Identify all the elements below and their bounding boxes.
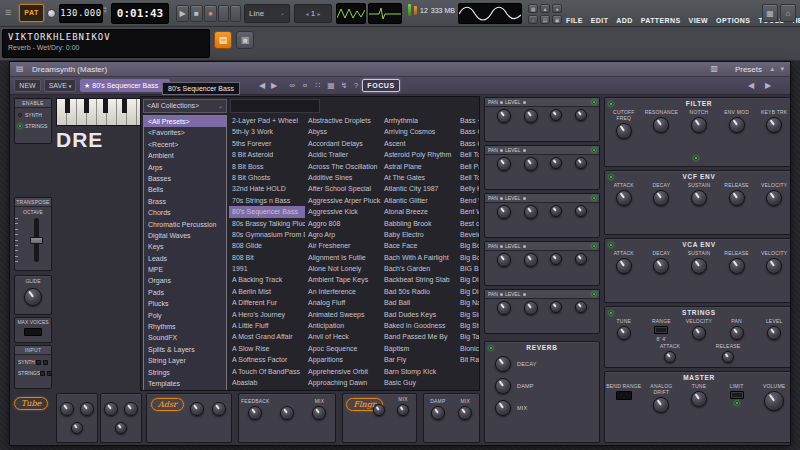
preset-item[interactable]: Abyss <box>305 126 381 137</box>
new-button[interactable]: NEW <box>14 79 41 92</box>
level-knob[interactable] <box>524 253 538 267</box>
fx-knob[interactable] <box>397 404 409 416</box>
preset-item[interactable]: Bent Wh <box>457 206 479 217</box>
preset-item[interactable]: Aggro 808 <box>305 218 381 229</box>
bookmark-left-icon[interactable]: ◀ <box>745 80 757 92</box>
level-knob[interactable] <box>524 109 538 123</box>
collection-item[interactable]: Plucks <box>144 298 226 309</box>
filter-knob[interactable] <box>691 117 707 133</box>
vca-env-knob[interactable] <box>691 258 707 274</box>
collection-item[interactable]: Rhythms <box>144 321 226 332</box>
preset-item[interactable]: Big Bow <box>457 252 479 263</box>
preset-item[interactable]: Basic Guy <box>381 377 457 388</box>
fx-knob[interactable] <box>212 402 226 416</box>
preset-item[interactable]: Apprehensive Orbit <box>305 366 381 377</box>
master-tune-knob[interactable] <box>691 391 707 407</box>
preset-item[interactable]: Analog Fluff <box>305 297 381 308</box>
level-knob[interactable] <box>524 301 538 315</box>
preset-item[interactable]: Air Freshener <box>305 240 381 251</box>
step-edit-icon[interactable]: ▣ <box>552 15 562 24</box>
fx-knob[interactable] <box>458 406 472 420</box>
fx-knob[interactable] <box>60 402 74 416</box>
preset-item[interactable]: Bass Cas <box>457 126 479 137</box>
octave-slider[interactable] <box>34 218 39 262</box>
random-icon[interactable]: ↯ <box>338 80 350 92</box>
strings-level-knob[interactable] <box>767 326 781 340</box>
strip-knob[interactable] <box>575 301 587 313</box>
vca-env-knob[interactable] <box>653 258 669 274</box>
fx-knob[interactable] <box>431 406 445 420</box>
preset-item[interactable]: Agro Arp <box>305 229 381 240</box>
octave-slider-handle[interactable] <box>30 237 43 244</box>
preset-item[interactable]: Bass + F <box>457 115 479 126</box>
tempo-nudge-buttons[interactable]: ▴▾ <box>104 5 107 13</box>
preset-item[interactable]: Acidic Trailer <box>305 149 381 160</box>
preset-item[interactable]: 70s Strings n Bass <box>229 195 305 206</box>
strip-knob[interactable] <box>575 157 587 169</box>
level-knob[interactable] <box>524 205 538 219</box>
collection-item[interactable]: Leads <box>144 253 226 264</box>
collection-item[interactable]: Chords <box>144 207 226 218</box>
preset-item[interactable]: Bad Dudes Keys <box>381 309 457 320</box>
preset-next-icon[interactable]: ▾ <box>780 65 784 73</box>
level-knob[interactable] <box>524 157 538 171</box>
collection-item[interactable]: String Layer <box>144 355 226 366</box>
hamburger-menu-icon[interactable]: ≡ <box>5 6 11 18</box>
strings-pan-knob[interactable] <box>730 326 744 340</box>
preset-item[interactable]: Bend Wit <box>457 195 479 206</box>
pan-knob[interactable] <box>497 157 511 171</box>
preset-item[interactable]: Big Tal <box>457 331 479 342</box>
menu-item[interactable]: EDIT <box>591 17 609 24</box>
line-selector[interactable]: Line ⌄ <box>244 4 290 23</box>
analog-drift-knob[interactable] <box>653 397 669 413</box>
pan-knob[interactable] <box>497 253 511 267</box>
bend-range-display[interactable] <box>616 391 632 400</box>
blend-notes-icon[interactable]: ▤ <box>540 15 550 24</box>
home-icon[interactable]: ⌂ <box>780 4 796 22</box>
collection-item[interactable]: Poly <box>144 310 226 321</box>
preset-item[interactable]: Big Digit <box>457 286 479 297</box>
preset-item[interactable]: Anticipation <box>305 320 381 331</box>
bpm-display[interactable]: 130.000 <box>59 4 103 23</box>
collection-item[interactable]: Digital Waves <box>144 230 226 241</box>
typing-keyboard-icon[interactable]: ▦ <box>528 4 538 13</box>
enable-synth-row[interactable]: SYNTH <box>15 108 51 118</box>
menu-item[interactable]: PATTERNS <box>641 17 681 24</box>
preset-item[interactable]: Big Digit <box>457 274 479 285</box>
collection-item[interactable]: Bells <box>144 184 226 195</box>
filter-knob[interactable] <box>616 123 632 139</box>
collections-dropdown[interactable]: <All Collections> ⌄ <box>143 99 227 113</box>
preset-item[interactable]: Bionic Dr <box>457 343 479 354</box>
preset-item[interactable]: Bell Patt <box>457 161 479 172</box>
preset-item[interactable]: A Little Fluff <box>229 320 305 331</box>
preset-item[interactable]: 8 Bit Asteroid <box>229 149 305 160</box>
preset-item[interactable]: Astral Plane <box>381 161 457 172</box>
stop-button[interactable]: ■ <box>190 5 203 22</box>
metronome-icon[interactable]: ▲ <box>540 4 550 13</box>
vcf-env-knob[interactable] <box>653 190 669 206</box>
fx-knob[interactable] <box>373 404 385 416</box>
preset-item[interactable]: Barn Stomp Kick <box>381 366 457 377</box>
input-strings-btn-2[interactable] <box>47 371 52 376</box>
strip-enable-led[interactable] <box>592 292 596 296</box>
preset-item[interactable]: An Interference <box>305 286 381 297</box>
plugin-menu-icon[interactable]: ▤ <box>16 64 24 73</box>
preset-item[interactable]: 2-Layer Pad + Wheel <box>229 115 305 126</box>
preset-item[interactable]: Best of 8 <box>457 218 479 229</box>
preset-item[interactable]: Big Natur <box>457 297 479 308</box>
input-strings-btn-1[interactable] <box>40 371 45 376</box>
preset-item[interactable]: Bass Clar <box>457 138 479 149</box>
collection-item[interactable]: Ambient <box>144 150 226 161</box>
collection-item[interactable]: Splits & Layers <box>144 344 226 355</box>
fx-knob[interactable] <box>124 402 138 416</box>
previous-preset-icon[interactable]: ◀ <box>256 80 268 92</box>
collection-item[interactable]: <All Presets> <box>144 116 226 127</box>
pan-knob[interactable] <box>497 109 511 123</box>
keyboard-display[interactable] <box>56 98 142 126</box>
collection-item[interactable]: <Recent> <box>144 139 226 150</box>
preset-item[interactable]: Big Stere <box>457 320 479 331</box>
collection-item[interactable]: Organs <box>144 275 226 286</box>
preset-item[interactable]: 80s Brassy Talking Pluck <box>229 218 305 229</box>
preset-item[interactable]: Baked In Goodness <box>381 320 457 331</box>
strip-knob[interactable] <box>550 301 562 313</box>
